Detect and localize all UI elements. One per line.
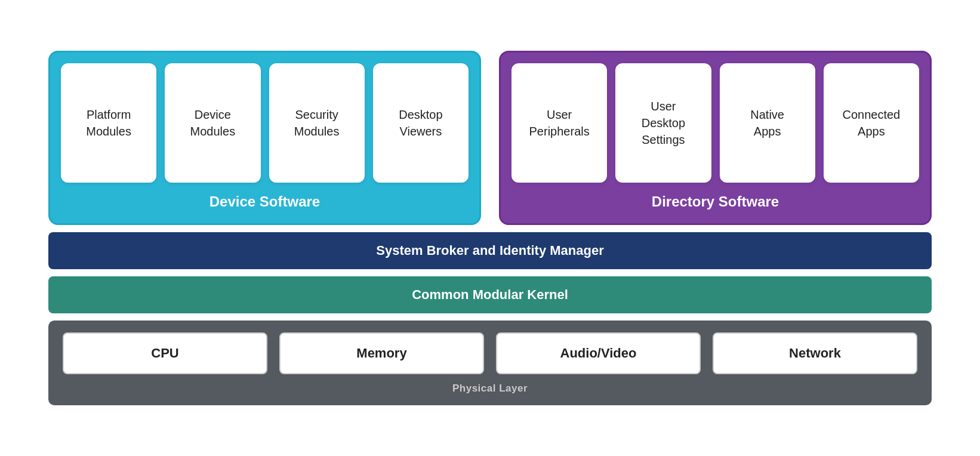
device-modules-card: DeviceModules <box>165 63 260 183</box>
directory-software-label: Directory Software <box>652 193 779 210</box>
architecture-diagram: PlatformModules DeviceModules SecurityMo… <box>36 33 944 423</box>
physical-layer-box: CPU Memory Audio/Video Network Physical … <box>48 321 932 405</box>
directory-cards-row: UserPeripherals UserDesktopSettings Nati… <box>511 63 919 183</box>
native-apps-card: NativeApps <box>720 63 815 183</box>
desktop-viewers-card: DesktopViewers <box>373 63 469 183</box>
device-cards-row: PlatformModules DeviceModules SecurityMo… <box>61 63 469 183</box>
kernel-bar: Common Modular Kernel <box>48 276 932 313</box>
network-card: Network <box>713 332 917 374</box>
hardware-row: CPU Memory Audio/Video Network <box>63 332 917 374</box>
broker-bar: System Broker and Identity Manager <box>48 232 932 269</box>
device-software-label: Device Software <box>209 193 320 210</box>
user-peripherals-card: UserPeripherals <box>511 63 607 183</box>
security-modules-card: SecurityModules <box>269 63 365 183</box>
directory-software-box: UserPeripherals UserDesktopSettings Nati… <box>499 51 932 225</box>
cpu-card: CPU <box>63 332 267 374</box>
audio-video-card: Audio/Video <box>496 332 701 374</box>
platform-modules-card: PlatformModules <box>61 63 156 183</box>
top-row: PlatformModules DeviceModules SecurityMo… <box>48 51 932 225</box>
memory-card: Memory <box>279 332 484 374</box>
physical-layer-label: Physical Layer <box>452 383 528 395</box>
device-software-box: PlatformModules DeviceModules SecurityMo… <box>48 51 481 225</box>
user-desktop-settings-card: UserDesktopSettings <box>615 63 711 183</box>
connected-apps-card: ConnectedApps <box>824 63 919 183</box>
